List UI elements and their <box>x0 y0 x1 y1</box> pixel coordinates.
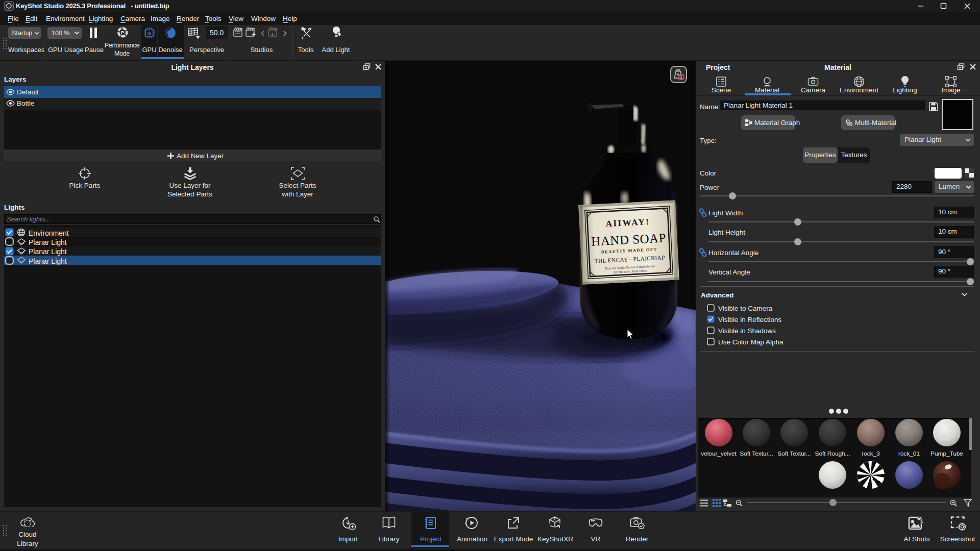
svg-text:velour_velvet: velour_velvet <box>701 450 737 457</box>
svg-text:P: P <box>121 30 124 35</box>
svg-text:Soft Textur...: Soft Textur... <box>740 450 773 457</box>
svg-text:G: G <box>148 30 151 36</box>
svg-text:rock_01: rock_01 <box>898 450 920 457</box>
svg-text:Soft Textur...: Soft Textur... <box>777 450 811 457</box>
svg-text:Soft Rough...: Soft Rough... <box>815 450 850 457</box>
svg-text:Pump_Tube: Pump_Tube <box>930 450 963 457</box>
svg-text:rock_3: rock_3 <box>862 450 880 457</box>
